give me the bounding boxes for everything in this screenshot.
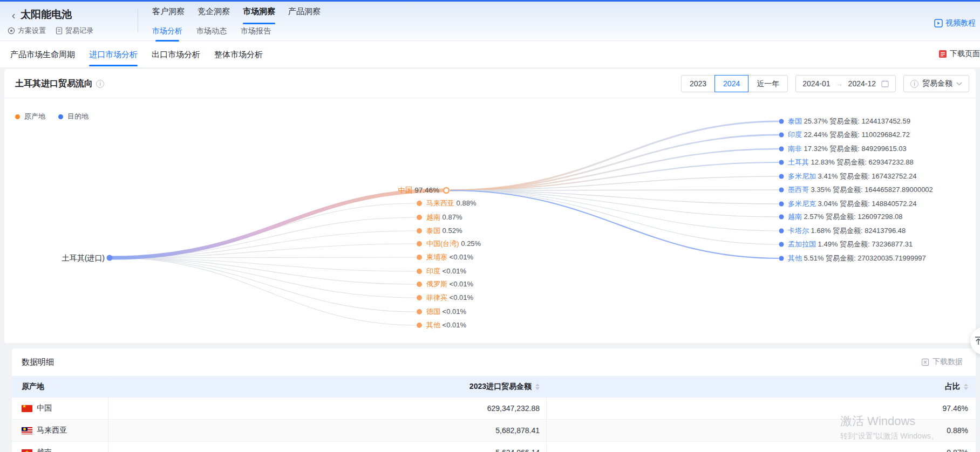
table-row[interactable]: 越南 5,624,066.14 0.87% xyxy=(12,442,976,452)
table-row[interactable]: 中国 629,347,232.88 97.46% xyxy=(12,398,976,420)
flow-origin-node xyxy=(417,215,422,220)
scheme-settings-label: 方案设置 xyxy=(18,26,46,36)
flow-origin-label[interactable]: 印度 <0.01% xyxy=(426,266,466,276)
scheme-settings-button[interactable]: 方案设置 xyxy=(8,26,46,36)
flow-destination-label[interactable]: 多米尼克 3.04% 贸易金额: 148840572.24 xyxy=(788,199,916,209)
chart-controls: 2023 2024 近一年 2024-01 → 2024-12 i 贸易金额 xyxy=(681,75,969,92)
table-header-row: 原产地 2023进口贸易金额 占比 xyxy=(12,376,976,398)
page-title: 太阳能电池 xyxy=(21,8,72,22)
section-title: 土耳其进口贸易流向 i xyxy=(15,78,104,90)
flow-destination-node xyxy=(779,242,784,247)
flow-origin-node xyxy=(417,228,422,234)
flow-destination-label[interactable]: 多米尼加 3.41% 贸易金额: 167432752.24 xyxy=(788,172,916,181)
flow-origin-node xyxy=(417,269,422,274)
row-share: 0.88% xyxy=(546,426,976,435)
arrow-right-icon: → xyxy=(836,80,843,88)
row-country: 中国 xyxy=(37,403,52,413)
flow-origin-label[interactable]: 俄罗斯 <0.01% xyxy=(426,279,473,289)
china-flag-icon xyxy=(22,405,32,412)
date-range-picker[interactable]: 2024-01 → 2024-12 xyxy=(795,75,896,92)
flow-destination-label[interactable]: 卡塔尔 1.68% 贸易金额: 82413796.48 xyxy=(788,226,906,236)
tab-market-dynamics[interactable]: 市场动态 xyxy=(196,26,227,42)
flow-origin-node xyxy=(417,282,422,287)
period-segmented-control: 2023 2024 近一年 xyxy=(681,75,788,92)
table-column-divider xyxy=(108,376,108,452)
vietnam-flag-icon xyxy=(22,449,32,452)
tab-import-market-analysis[interactable]: 进口市场分析 xyxy=(89,41,138,68)
download-data-button[interactable]: 下载数据 xyxy=(921,357,963,367)
flow-destination-node xyxy=(779,133,784,138)
flow-destination-label[interactable]: 墨西哥 3.35% 贸易金额: 164465827.89000002 xyxy=(788,185,933,195)
flow-origin-node xyxy=(417,241,422,246)
flow-origin-label[interactable]: 柬埔寨 <0.01% xyxy=(426,252,473,262)
date-from: 2024-01 xyxy=(802,79,830,88)
flow-origin-label[interactable]: 马来西亚 0.88% xyxy=(426,198,476,208)
tab-export-market-analysis[interactable]: 出口市场分析 xyxy=(152,41,200,68)
column-share-sortable[interactable]: 占比 xyxy=(546,382,976,392)
flow-destination-label[interactable]: 印度 22.44% 贸易金额: 1100296842.72 xyxy=(788,130,910,140)
trade-flow-chart[interactable]: 土耳其(进口)中国 97.46%马来西亚 0.88%越南 0.87%泰国 0.5… xyxy=(4,102,976,343)
period-2024-button[interactable]: 2024 xyxy=(714,75,748,92)
tab-market-report[interactable]: 市场报告 xyxy=(241,26,271,42)
sort-carets-icon[interactable] xyxy=(964,383,968,390)
column-origin: 原产地 xyxy=(12,382,108,392)
flow-source-node xyxy=(107,255,113,261)
malaysia-flag-icon xyxy=(22,427,32,434)
period-lastyear-button[interactable]: 近一年 xyxy=(748,75,788,92)
flow-origin-node xyxy=(417,309,422,314)
data-detail-card: 数据明细 下载数据 原产地 2023进口贸易金额 占比 中国 629,347,2… xyxy=(12,348,976,452)
info-icon[interactable]: i xyxy=(96,80,104,88)
flow-origin-label[interactable]: 泰国 0.52% xyxy=(426,226,462,236)
trade-records-button[interactable]: 贸易记录 xyxy=(56,26,93,36)
flow-origin-label[interactable]: 越南 0.87% xyxy=(426,213,462,222)
up-arrow-icon xyxy=(974,336,980,346)
sort-carets-icon[interactable] xyxy=(535,383,540,390)
flow-origin-label[interactable]: 中国(台湾) 0.25% xyxy=(426,239,481,249)
flow-destination-label[interactable]: 泰国 25.37% 贸易金额: 1244137452.59 xyxy=(788,117,910,126)
calendar-icon xyxy=(881,80,889,87)
video-tutorial-label: 视频教程 xyxy=(945,18,976,28)
target-icon xyxy=(8,27,15,35)
video-tutorial-button[interactable]: 视频教程 xyxy=(934,18,976,28)
flow-destination-label[interactable]: 其他 5.51% 贸易金额: 270320035.71999997 xyxy=(788,254,926,263)
flow-destination-node xyxy=(779,174,784,179)
metric-select[interactable]: i 贸易金额 xyxy=(903,75,969,92)
date-to: 2024-12 xyxy=(848,79,876,88)
flow-origin-node xyxy=(417,255,422,260)
tab-overall-market-analysis[interactable]: 整体市场分析 xyxy=(214,41,263,68)
tab-competitor-insight[interactable]: 竞企洞察 xyxy=(198,6,230,21)
excel-icon xyxy=(921,358,929,366)
column-amount-sortable[interactable]: 2023进口贸易金额 xyxy=(108,382,546,392)
tab-customer-insight[interactable]: 客户洞察 xyxy=(152,6,185,21)
tab-market-analysis[interactable]: 市场分析 xyxy=(152,26,182,42)
download-page-label: 下载页面 xyxy=(950,49,980,59)
flow-source-label[interactable]: 土耳其(进口) xyxy=(4,253,105,263)
back-chevron-icon[interactable]: ‹ xyxy=(8,9,19,22)
flow-destination-label[interactable]: 孟加拉国 1.49% 贸易金额: 73236877.31 xyxy=(788,239,913,249)
top-accent-bar xyxy=(0,0,980,2)
data-detail-title: 数据明细 xyxy=(22,357,54,367)
flow-destination-label[interactable]: 越南 2.57% 贸易金额: 126097298.08 xyxy=(788,212,902,222)
table-column-divider xyxy=(546,376,547,452)
flow-origin-label[interactable]: 中国 97.46% xyxy=(350,186,439,195)
period-2023-button[interactable]: 2023 xyxy=(681,75,715,92)
flow-origin-label[interactable]: 菲律宾 <0.01% xyxy=(426,293,473,303)
flow-destination-label[interactable]: 土耳其 12.83% 贸易金额: 629347232.88 xyxy=(788,157,914,167)
row-country: 马来西亚 xyxy=(37,426,67,435)
download-page-button[interactable]: 下载页面 xyxy=(938,49,980,59)
flow-origin-node xyxy=(417,323,422,328)
flow-origin-node xyxy=(417,295,422,300)
chevron-down-icon xyxy=(956,82,962,86)
table-row[interactable]: 马来西亚 5,682,878.41 0.88% xyxy=(12,420,976,442)
flow-origin-label[interactable]: 德国 <0.01% xyxy=(426,307,466,317)
secondary-tabs: 市场分析 市场动态 市场报告 xyxy=(152,26,271,42)
flow-destination-node xyxy=(779,160,784,165)
flow-destination-label[interactable]: 南非 17.32% 贸易金额: 849299615.03 xyxy=(788,144,907,154)
row-share: 0.87% xyxy=(546,448,976,452)
tab-market-insight[interactable]: 市场洞察 xyxy=(243,6,275,21)
data-detail-header: 数据明细 下载数据 xyxy=(12,348,976,376)
flow-origin-label[interactable]: 其他 <0.01% xyxy=(426,320,466,330)
flow-destination-node xyxy=(779,256,784,261)
tab-product-insight[interactable]: 产品洞察 xyxy=(288,6,321,21)
tab-product-lifecycle[interactable]: 产品市场生命周期 xyxy=(10,41,75,68)
